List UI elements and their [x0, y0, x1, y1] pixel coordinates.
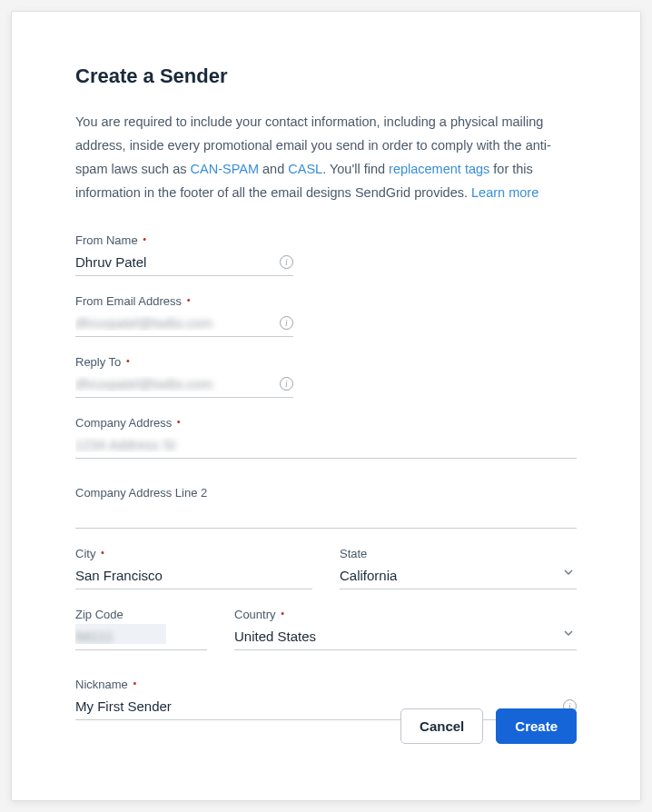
country-label: Country • — [234, 608, 577, 621]
zip-field: Zip Code — [75, 608, 207, 650]
form-actions: Cancel Create — [400, 708, 577, 744]
learn-more-link[interactable]: Learn more — [471, 185, 538, 200]
from-email-label: From Email Address • — [75, 294, 293, 308]
can-spam-link[interactable]: CAN-SPAM — [191, 162, 259, 176]
city-label: City • — [75, 547, 312, 560]
description-text: You are required to include your contact… — [75, 110, 577, 204]
company-address2-field: Company Address Line 2 — [75, 486, 577, 529]
from-name-field: From Name • i — [75, 233, 293, 276]
reply-to-label: Reply To • — [75, 355, 293, 369]
city-field: City • — [75, 547, 312, 589]
replacement-tags-link[interactable]: replacement tags — [389, 162, 489, 176]
casl-link[interactable]: CASL — [288, 162, 322, 176]
state-label: State — [340, 547, 577, 560]
create-sender-card: Create a Sender You are required to incl… — [11, 11, 641, 801]
state-field: State — [340, 547, 577, 589]
from-name-input[interactable] — [75, 251, 293, 276]
from-name-label: From Name • — [75, 233, 293, 247]
country-field: Country • — [234, 608, 577, 650]
company-address-field: Company Address • — [75, 416, 577, 459]
from-email-input[interactable] — [75, 312, 293, 337]
company-address-label: Company Address • — [75, 416, 577, 430]
zip-label: Zip Code — [75, 608, 207, 621]
create-button[interactable]: Create — [496, 708, 577, 744]
page-title: Create a Sender — [75, 64, 577, 88]
state-select[interactable] — [340, 564, 577, 589]
reply-to-field: Reply To • i — [75, 355, 293, 398]
company-address2-input[interactable] — [75, 503, 577, 529]
cancel-button[interactable]: Cancel — [400, 708, 483, 744]
from-email-field: From Email Address • i — [75, 294, 293, 337]
city-input[interactable] — [75, 564, 312, 589]
nickname-label: Nickname • — [75, 678, 577, 691]
company-address2-label: Company Address Line 2 — [75, 486, 577, 500]
country-select[interactable] — [234, 625, 577, 650]
reply-to-input[interactable] — [75, 372, 293, 398]
company-address-input[interactable] — [75, 433, 577, 459]
zip-input[interactable] — [75, 625, 207, 650]
